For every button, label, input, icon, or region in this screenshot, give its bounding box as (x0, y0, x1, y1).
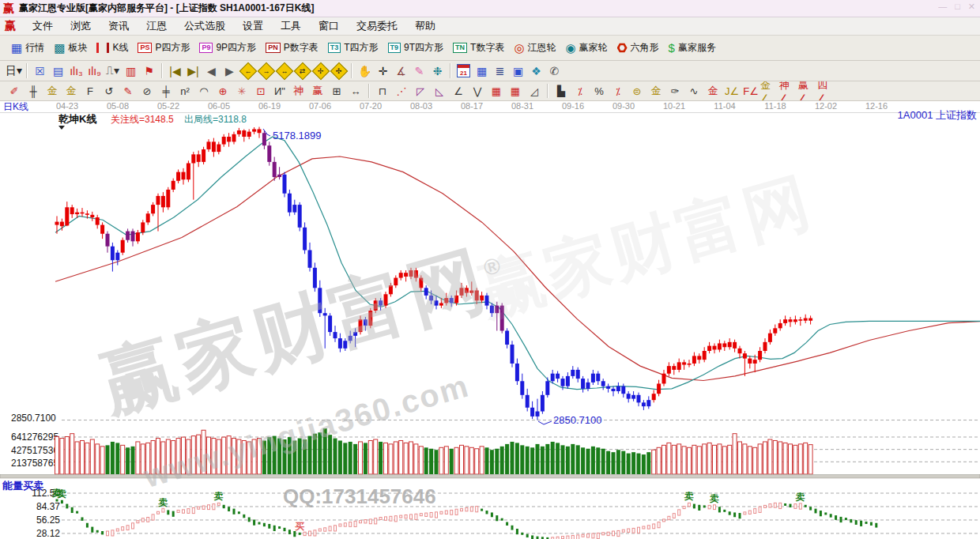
slash-lines-button[interactable]: ◿ (525, 84, 544, 99)
minimize-button[interactable]: — (938, 2, 947, 12)
close-button[interactable]: ✕ (968, 2, 975, 12)
menu-item-4[interactable]: 公式选股 (175, 20, 234, 32)
chart-canvas[interactable]: 04-2305-0805-2206-0506-1907-0607-2008-03… (0, 101, 980, 539)
red-grid-button[interactable]: ▦ (487, 84, 506, 99)
four-angle-button[interactable]: 四∠ (817, 84, 836, 99)
arc-button[interactable]: ◠ (194, 84, 213, 99)
gold-grid-button[interactable]: 金 (43, 84, 62, 99)
gold-grid2-button[interactable]: 金 (62, 84, 81, 99)
info-panel-button[interactable]: ▤ (49, 62, 67, 79)
first-page-button[interactable]: |◀ (166, 62, 184, 79)
candle-style-dropdown[interactable]: ⎍▾ (104, 62, 122, 79)
menu-item-1[interactable]: 浏览 (62, 20, 100, 32)
wave-check-button[interactable]: ⋁ (468, 84, 487, 99)
zoom-out-button[interactable]: ✣ (330, 62, 348, 79)
shen-grid-button[interactable]: 神 (289, 84, 308, 99)
multi-kline-button[interactable]: ▥ (122, 62, 140, 79)
shift-left-button[interactable]: ← (239, 62, 257, 79)
neural-button[interactable]: ❉ (428, 62, 447, 79)
web-export-button[interactable]: ❖ (527, 62, 545, 79)
winner-service-button[interactable]: $赢家服务 (664, 36, 721, 60)
indicator-flag-button[interactable]: ⚑ (140, 62, 158, 79)
win-angle-button[interactable]: 赢∠ (798, 84, 817, 99)
9t-square-button[interactable]: T99T四方形 (383, 36, 449, 60)
p-table-button[interactable]: PNP数字表 (261, 36, 323, 60)
gold-circle-button[interactable]: ⊜ (628, 84, 646, 99)
gann-target-button[interactable]: ⊕ (213, 84, 232, 99)
menu-item-0[interactable]: 文件 (24, 20, 62, 32)
percent-button[interactable]: % (590, 84, 609, 99)
grid-lines-button[interactable]: ╪ (156, 84, 175, 99)
n-wave-button[interactable]: И" (270, 84, 289, 99)
wave-a-button[interactable]: ∿ (684, 84, 703, 99)
p-square-button[interactable]: PSP四方形 (133, 36, 194, 60)
box-tool-button[interactable]: ⊓ (373, 84, 392, 99)
chart-area[interactable]: 赢家财富网® 赢家财富网 www.yingjia360.com QQ:17314… (0, 101, 980, 539)
hand-tool-button[interactable]: ✋ (356, 62, 374, 79)
fan-box-button[interactable]: ◸ (411, 84, 430, 99)
gann-grid-button[interactable]: ╫ (24, 84, 43, 99)
last-page-button[interactable]: ▶| (184, 62, 202, 79)
nine-bars-button[interactable]: ılı₉ (85, 62, 104, 79)
fan-lines-button[interactable]: ⋰ (392, 84, 411, 99)
box-target-button[interactable]: ⊡ (251, 84, 270, 99)
menu-item-3[interactable]: 江恩 (138, 20, 175, 32)
j-angle-button[interactable]: J∠ (722, 84, 741, 99)
menu-item-9[interactable]: 帮助 (406, 20, 444, 32)
prev-bar-button[interactable]: ◀ (202, 62, 220, 79)
t-table-button[interactable]: TNT数字表 (448, 36, 509, 60)
kline-button[interactable]: K线 (92, 36, 133, 60)
period-label[interactable]: 日K线 (3, 101, 28, 112)
maximize-button[interactable]: □ (955, 2, 960, 12)
win-grid-button[interactable]: 赢 (308, 84, 327, 99)
dots-target-button[interactable]: ✳ (232, 84, 251, 99)
shift-right-button[interactable]: → (257, 62, 275, 79)
ink-pen-button[interactable]: ✑ (665, 84, 684, 99)
sectors-button[interactable]: ▩板块 (49, 36, 92, 60)
angle-line-button[interactable]: ∠ (449, 84, 468, 99)
menu-item-7[interactable]: 窗口 (310, 20, 348, 32)
calendar-button[interactable]: 21 (454, 62, 473, 79)
gold-red-button[interactable]: 金 (703, 84, 722, 99)
fan-box2-button[interactable]: ◺ (430, 84, 449, 99)
percent-box-button[interactable]: ⁒ (571, 84, 590, 99)
phone-button[interactable]: ✆ (545, 62, 564, 79)
shen-angle-button[interactable]: 神∠ (779, 84, 798, 99)
menu-item-5[interactable]: 设置 (234, 20, 272, 32)
hexagon-button[interactable]: 六角形 (612, 36, 664, 60)
span-arrows-button[interactable]: ↔ (346, 84, 365, 99)
pattern-window-button[interactable]: ☒ (31, 62, 49, 79)
gann-wheel-button[interactable]: ◎江恩轮 (509, 36, 560, 60)
expand-button[interactable]: ⇄ (293, 62, 311, 79)
gold-line-button[interactable]: 金 (646, 84, 665, 99)
f-grid-button[interactable]: F (81, 84, 100, 99)
compress-button[interactable]: ↔ (275, 62, 293, 79)
pane-splitter[interactable] (0, 475, 980, 479)
overlay-dropdown-icon[interactable] (58, 126, 65, 130)
gold-angle-button[interactable]: 金∠ (760, 84, 779, 99)
red-grid2-button[interactable]: ▦ (506, 84, 525, 99)
winner-wheel-button[interactable]: ◉赢家轮 (560, 36, 612, 60)
calculator-button[interactable]: ▦ (473, 62, 491, 79)
quotes-button[interactable]: ▦行情 (6, 36, 49, 60)
n-square-button[interactable]: n² (175, 84, 194, 99)
price-ladder-button[interactable]: ▙ (552, 84, 571, 99)
menu-item-6[interactable]: 工具 (272, 20, 310, 32)
menu-item-8[interactable]: 交易委托 (348, 20, 406, 32)
9p-square-button[interactable]: P99P四方形 (194, 36, 261, 60)
menu-item-2[interactable]: 资讯 (100, 20, 138, 32)
overlay-name-label[interactable]: 乾坤K线 (58, 113, 96, 125)
three-bars-button[interactable]: ılı₃ (67, 62, 85, 79)
notes-button[interactable]: ≣ (491, 62, 509, 79)
spiral-button[interactable]: ↺ (100, 84, 119, 99)
zoom-in-button[interactable]: ✢ (311, 62, 330, 79)
pen-tool-button[interactable]: ✐ (5, 84, 24, 99)
circle-sections-button[interactable]: ⊘ (138, 84, 156, 99)
brush-button[interactable]: ✎ (119, 84, 138, 99)
crosshair-button[interactable]: ✛ (374, 62, 392, 79)
period-dropdown[interactable]: 日▾ (5, 62, 23, 79)
save-button[interactable]: ▣ (509, 62, 527, 79)
next-bar-button[interactable]: ▶ (220, 62, 239, 79)
pink-draw-button[interactable]: ✎ (410, 62, 428, 79)
percent-line-button[interactable]: ⁒ (609, 84, 628, 99)
